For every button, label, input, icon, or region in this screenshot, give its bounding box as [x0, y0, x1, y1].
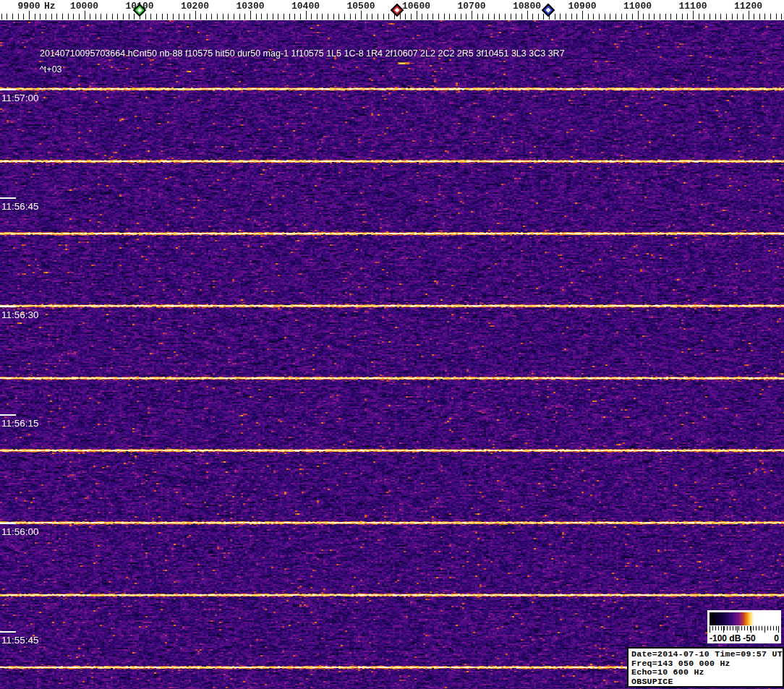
- legend-max-label: 0: [774, 633, 779, 643]
- observation-info-box: Date=2014-07-10 Time=09:57 UTCFreq=143 0…: [627, 647, 784, 688]
- time-tick-label: 11:57:00: [1, 93, 39, 103]
- time-tick-mark: [0, 306, 16, 307]
- freq-tick-label: 11100: [678, 1, 707, 12]
- time-tick-label: 11:56:15: [1, 418, 39, 429]
- trigger-annotation: ^t+03: [40, 64, 62, 74]
- time-tick-label: 11:56:45: [1, 201, 39, 212]
- spectrogram-heatmap: [0, 20, 784, 689]
- info-box-line: Date=2014-07-10 Time=09:57 UTC: [631, 650, 783, 659]
- freq-tick-label: 10600: [402, 1, 430, 12]
- freq-tick-label: 10900: [568, 1, 596, 12]
- blue-marker-center-dot: [545, 7, 550, 12]
- green-marker-center-dot: [137, 7, 142, 12]
- time-tick-mark: [0, 631, 16, 633]
- color-scale-legend: -100 dB -50 0: [707, 610, 781, 643]
- time-tick-label: 11:56:00: [1, 526, 39, 537]
- waterfall-plot: 20140710095703664 hCnt50 nb-88 f10575 hi…: [0, 20, 784, 689]
- time-tick-mark: [0, 523, 16, 524]
- legend-min-label: -100 dB: [710, 633, 741, 643]
- info-box-line: Echo=10 600 Hz: [631, 668, 783, 677]
- freq-tick-label: 9900: [17, 1, 40, 12]
- freq-tick-label: 10500: [346, 1, 375, 12]
- freq-tick-label: 10200: [181, 1, 209, 12]
- time-tick-mark: [0, 89, 16, 90]
- red-marker-center-dot: [394, 7, 399, 12]
- time-tick-label: 11:56:30: [1, 309, 39, 320]
- info-box-line: OBSUPICE: [631, 677, 783, 687]
- spectrogram-app: 9900100001010010200103001040010500106001…: [0, 0, 784, 689]
- event-annotation: 20140710095703664 hCnt50 nb-88 f10575 hi…: [40, 48, 565, 59]
- freq-tick-label: 10400: [291, 1, 320, 12]
- color-scale-ticks: [710, 626, 779, 633]
- freq-tick-label: 11200: [734, 1, 762, 12]
- freq-tick-label: 11000: [623, 1, 652, 12]
- freq-axis-unit-label: Hz: [44, 1, 56, 12]
- time-tick-label: 11:55:45: [1, 635, 39, 646]
- freq-tick-label: 10700: [457, 1, 485, 12]
- legend-mid-label: -50: [743, 633, 755, 643]
- freq-tick-label: 10300: [236, 1, 264, 12]
- time-tick-mark: [0, 197, 16, 199]
- frequency-axis: 9900100001010010200103001040010500106001…: [0, 0, 784, 20]
- time-tick-mark: [0, 414, 16, 416]
- color-gradient-bar: [710, 612, 779, 625]
- freq-tick-label: 10800: [513, 1, 541, 12]
- freq-tick-label: 10000: [70, 1, 98, 12]
